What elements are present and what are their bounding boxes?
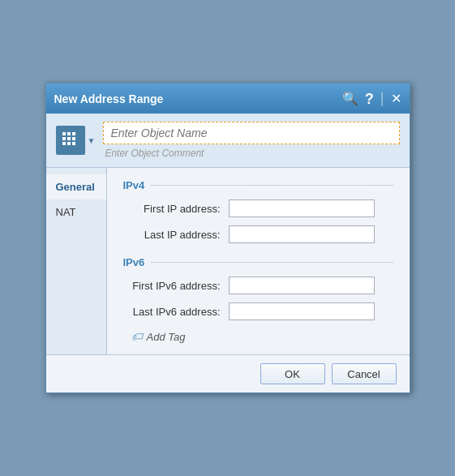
first-ip-input[interactable]: [229, 199, 375, 217]
svg-rect-5: [72, 137, 75, 140]
last-ip-label: Last IP address:: [123, 229, 229, 241]
tag-icon: 🏷: [131, 330, 143, 343]
cancel-button[interactable]: Cancel: [332, 363, 397, 384]
last-ipv6-input[interactable]: [229, 302, 375, 320]
sidebar-item-nat[interactable]: NAT: [46, 199, 106, 225]
object-comment-placeholder: Enter Object Comment: [103, 148, 399, 159]
header-inputs: Enter Object Comment: [103, 122, 399, 159]
body-area: General NAT IPv4 First IP address: Last …: [46, 168, 410, 354]
first-ipv6-input[interactable]: [229, 277, 375, 294]
object-icon: [56, 126, 85, 155]
dialog: New Address Range 🔍 ? | ✕: [45, 83, 410, 393]
close-icon[interactable]: ✕: [391, 92, 401, 105]
last-ip-input[interactable]: [229, 225, 375, 243]
titlebar: New Address Range 🔍 ? | ✕: [46, 84, 410, 114]
object-type-selector[interactable]: ▼: [56, 126, 96, 155]
first-ip-row: First IP address:: [123, 199, 393, 217]
svg-rect-3: [62, 137, 66, 140]
help-icon[interactable]: ?: [365, 92, 374, 106]
main-content: IPv4 First IP address: Last IP address: …: [107, 168, 410, 354]
separator: |: [380, 90, 384, 107]
svg-rect-0: [62, 132, 66, 135]
chevron-down-icon[interactable]: ▼: [88, 136, 96, 145]
add-tag-button[interactable]: 🏷 Add Tag: [123, 330, 393, 343]
header-area: ▼ Enter Object Comment: [46, 114, 410, 168]
footer-area: OK Cancel: [46, 354, 410, 392]
object-name-input[interactable]: [103, 122, 399, 144]
last-ipv6-label: Last IPv6 address:: [123, 306, 229, 318]
ipv4-section-header: IPv4: [123, 179, 393, 191]
svg-rect-4: [67, 137, 71, 140]
dialog-title: New Address Range: [54, 92, 164, 105]
first-ipv6-row: First IPv6 address:: [123, 277, 393, 294]
svg-rect-2: [72, 132, 75, 135]
svg-rect-7: [67, 142, 71, 145]
sidebar-item-general[interactable]: General: [46, 174, 106, 199]
first-ipv6-label: First IPv6 address:: [123, 280, 229, 292]
ok-button[interactable]: OK: [260, 363, 325, 384]
svg-rect-1: [67, 132, 71, 135]
titlebar-controls: 🔍 ? | ✕: [342, 90, 401, 107]
last-ip-row: Last IP address:: [123, 225, 393, 243]
add-tag-label: Add Tag: [147, 331, 186, 343]
first-ip-label: First IP address:: [123, 203, 229, 215]
svg-rect-6: [62, 142, 66, 145]
search-icon[interactable]: 🔍: [342, 92, 358, 105]
ipv6-section-header: IPv6: [123, 256, 393, 268]
svg-rect-8: [72, 142, 75, 145]
sidebar: General NAT: [46, 168, 107, 354]
last-ipv6-row: Last IPv6 address:: [123, 302, 393, 320]
